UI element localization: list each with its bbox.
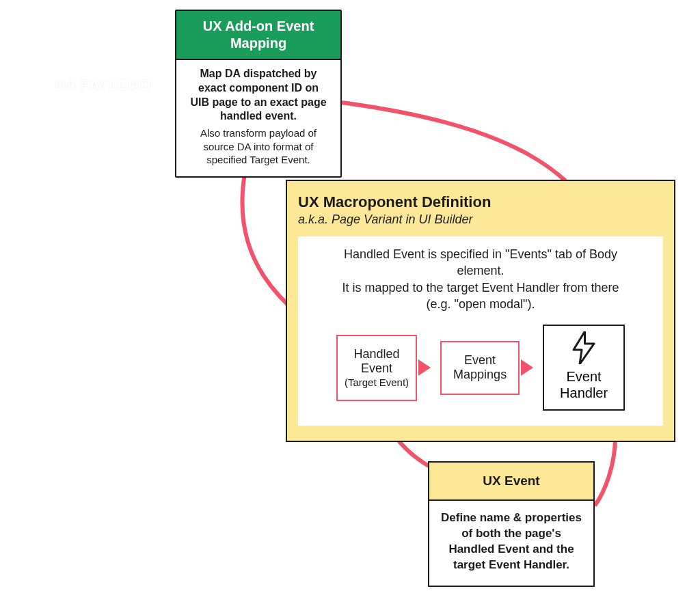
handled-event-sub: (Target Event) [345, 376, 409, 389]
event-mappings-line2: Mappings [448, 368, 511, 383]
ux-macroponent-definition-box: UX Macroponent Definition a.k.a. Page Va… [286, 180, 675, 442]
lightning-icon [571, 331, 596, 364]
ux-addon-event-mapping-box: UX Add-on Event Mapping Map DA dispatche… [175, 10, 342, 178]
ux-event-header: UX Event [429, 463, 593, 501]
handled-event-line1: Handled [345, 347, 409, 362]
macro-description: Handled Event is specified in "Events" t… [337, 246, 624, 312]
macro-subtitle: a.k.a. Page Variant in UI Builder [298, 212, 663, 227]
arrow-icon [418, 359, 431, 376]
event-handler-box: Event Handler [543, 325, 625, 411]
macro-flow-row: Handled Event (Target Event) Event Mappi… [309, 325, 652, 411]
da-payload-label: DA PAYLOAD [55, 77, 151, 94]
event-handler-line1: Event [560, 368, 608, 385]
handled-event-box: Handled Event (Target Event) [336, 335, 417, 401]
ux-addon-header: UX Add-on Event Mapping [176, 11, 340, 60]
ux-event-body: Define name & properties of both the pag… [429, 501, 593, 586]
event-mappings-line1: Event [448, 353, 511, 368]
ux-addon-body: Map DA dispatched by exact component ID … [176, 60, 340, 176]
ux-addon-body-main: Map DA dispatched by exact component ID … [187, 67, 329, 124]
event-handler-line2: Handler [560, 385, 608, 401]
macro-title: UX Macroponent Definition [298, 193, 663, 211]
handled-event-line2: Event [345, 361, 409, 376]
arrow-icon [521, 359, 533, 376]
macro-inner-panel: Handled Event is specified in "Events" t… [298, 236, 663, 426]
ux-event-box: UX Event Define name & properties of bot… [428, 461, 595, 587]
ux-addon-body-sub: Also transform payload of source DA into… [187, 126, 329, 167]
event-mappings-box: Event Mappings [440, 341, 520, 395]
